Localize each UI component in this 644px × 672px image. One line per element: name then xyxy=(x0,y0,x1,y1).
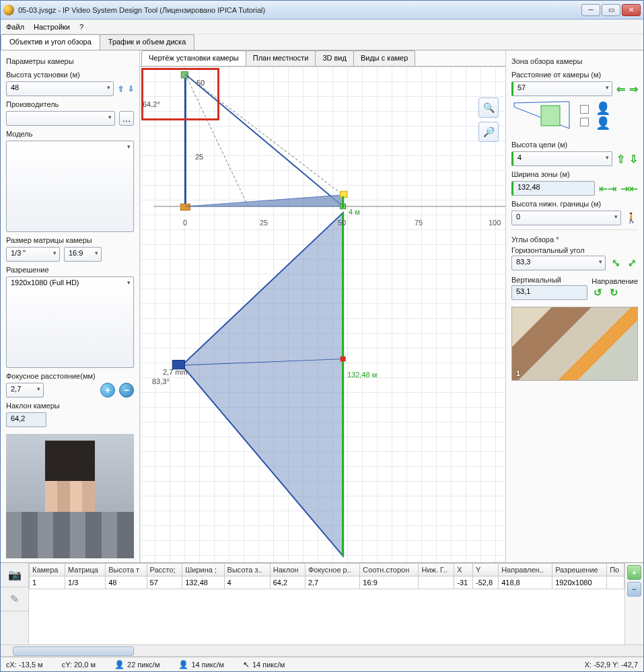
h-scrollbar[interactable] xyxy=(1,644,643,657)
col-po[interactable]: По xyxy=(607,564,624,576)
status-px2: 14 пикс/м xyxy=(191,661,223,669)
sensor-size-combo[interactable]: 1/3 " xyxy=(6,247,60,262)
person-icon: 👤 xyxy=(114,660,124,669)
minimap-index: 1 xyxy=(516,369,520,377)
drawing-canvas[interactable]: 64,2° 50 25 4 м 2,7 mm 83,3° 132,48 м 0 … xyxy=(140,67,505,562)
distance-label: Расстояние от камеры (м) xyxy=(511,71,638,79)
col-height[interactable]: Высота т xyxy=(106,564,147,576)
low-height-combo[interactable]: 0 xyxy=(511,211,621,225)
zone-narrow-icon[interactable]: ⇤⇥ xyxy=(599,182,616,195)
add-row-button[interactable]: + xyxy=(627,565,641,580)
h-angle-expand-icon[interactable]: ⤡ xyxy=(610,257,622,269)
svg-marker-7 xyxy=(185,195,343,207)
table-row[interactable]: 1 1/3 48 57 132,48 4 64,2 2,7 16:9 -31 -… xyxy=(30,576,624,589)
focal-minus-button[interactable]: − xyxy=(119,383,134,398)
target-height-label: Высота цели (м) xyxy=(511,141,638,149)
col-y[interactable]: Y xyxy=(473,564,499,576)
distance-combo[interactable]: 57 xyxy=(511,81,612,96)
remove-row-button[interactable]: − xyxy=(627,582,641,597)
rotate-ccw-icon[interactable]: ↺ xyxy=(592,287,604,299)
resolution-label: Разрешение xyxy=(6,266,134,274)
highlight-box xyxy=(141,68,219,120)
tab-drawing[interactable]: Чертёж установки камеры xyxy=(141,50,246,66)
h-angle-combo[interactable]: 83,3 xyxy=(511,256,606,270)
focal-combo[interactable]: 2,7 xyxy=(6,383,44,398)
col-camera[interactable]: Камера xyxy=(30,564,65,576)
manufacturer-combo[interactable] xyxy=(6,111,115,126)
install-height-label: Высота установки (м) xyxy=(6,71,134,79)
menu-file[interactable]: Файл xyxy=(6,23,24,31)
install-height-combo[interactable]: 48 xyxy=(6,81,114,96)
resolution-combo[interactable]: 1920x1080 (Full HD) xyxy=(6,276,134,368)
zone-diagram-icon xyxy=(511,100,572,131)
aspect-combo[interactable]: 16:9 xyxy=(64,247,102,262)
tab-traffic[interactable]: Трафик и объем диска xyxy=(100,34,195,50)
app-icon xyxy=(3,5,14,15)
table-tools: 📷 ✎ xyxy=(1,563,29,644)
person-stand-icon: 🚶 xyxy=(625,212,638,224)
camera-preview xyxy=(6,434,134,558)
height-down-icon[interactable]: ⇩ xyxy=(128,85,134,94)
svg-marker-11 xyxy=(182,213,343,556)
zoom-in-button[interactable]: 🔍 xyxy=(478,98,499,118)
target-h-label: 4 м xyxy=(349,208,360,216)
height-up-icon[interactable]: ⇧ xyxy=(118,85,124,94)
col-dir[interactable]: Направлен.. xyxy=(499,564,552,576)
menu-help[interactable]: ? xyxy=(79,23,83,31)
distance-right-icon[interactable]: ⇒ xyxy=(629,83,638,96)
person-male-check[interactable] xyxy=(580,105,589,114)
model-combo[interactable] xyxy=(6,141,134,232)
person-small-icon: 👤 xyxy=(178,660,188,669)
tab-lens[interactable]: Объектив и угол обзора xyxy=(1,34,100,50)
col-aspect[interactable]: Соотн.сторон xyxy=(360,564,419,576)
tab-3d[interactable]: 3D вид xyxy=(315,50,354,66)
title-bar: 05-03.jvsgz - IP Video System Design Too… xyxy=(1,1,643,20)
tilt-label: Наклон камеры xyxy=(6,402,134,410)
zone-width-lbl: Ширина зоны (м) xyxy=(511,170,638,178)
zone-wide-icon[interactable]: ⇥⇤ xyxy=(620,182,638,195)
target-height-combo[interactable]: 4 xyxy=(511,151,612,166)
status-px3: 14 пикс/м xyxy=(252,661,285,669)
left-panel: Параметры камеры Высота установки (м) 48… xyxy=(1,50,140,562)
svg-rect-2 xyxy=(180,204,190,210)
plan-angle-label: 83,3° xyxy=(152,377,170,385)
status-xy: X: -52,9 Y: -42,7 xyxy=(585,661,638,669)
axis-0: 0 xyxy=(183,219,187,227)
right-panel: Зона обзора камеры Расстояние от камеры … xyxy=(505,50,643,562)
col-tilt[interactable]: Наклон xyxy=(270,564,305,576)
direction-label: Направление xyxy=(592,277,638,285)
col-matrix[interactable]: Матрица xyxy=(65,564,106,576)
v-angle-value: 53,1 xyxy=(511,285,587,300)
target-up-icon[interactable]: ⇧ xyxy=(616,153,625,165)
axis-50: 50 xyxy=(338,219,346,227)
status-cx: cX: -13,5 м xyxy=(6,661,43,669)
col-x[interactable]: X xyxy=(454,564,473,576)
target-down-icon[interactable]: ⇩ xyxy=(629,153,638,165)
maximize-button[interactable]: ▭ xyxy=(602,4,620,16)
person-female-check[interactable] xyxy=(580,118,589,126)
h-angle-shrink-icon[interactable]: ⤢ xyxy=(626,257,638,269)
cable-tool-icon[interactable]: ✎ xyxy=(1,587,28,611)
col-focal[interactable]: Фокусное р.. xyxy=(305,564,359,576)
col-res[interactable]: Разрешение xyxy=(552,564,607,576)
minimap[interactable]: 1 xyxy=(511,307,638,381)
zoom-out-button[interactable]: 🔎 xyxy=(478,122,499,142)
axis-100: 100 xyxy=(489,219,501,227)
focal-plus-button[interactable]: + xyxy=(100,383,115,398)
bottom-panel: 📷 ✎ Камера Матрица Высота т Рассто; Шири… xyxy=(1,562,643,657)
minimize-button[interactable]: ─ xyxy=(581,4,600,16)
col-zone-h[interactable]: Высота з.. xyxy=(224,564,270,576)
camera-tool-icon[interactable]: 📷 xyxy=(1,563,28,587)
menu-settings[interactable]: Настройки xyxy=(34,23,70,31)
manufacturer-browse-button[interactable]: … xyxy=(119,111,134,126)
camera-table[interactable]: Камера Матрица Высота т Рассто; Ширина ;… xyxy=(29,563,624,644)
tilt-angle-label: 64,2° xyxy=(143,100,160,108)
col-zone-w[interactable]: Ширина ; xyxy=(182,564,224,576)
col-low[interactable]: Ниж. Г.. xyxy=(419,564,454,576)
rotate-cw-icon[interactable]: ↻ xyxy=(608,287,620,299)
col-distance[interactable]: Рассто; xyxy=(147,564,182,576)
distance-left-icon[interactable]: ⇐ xyxy=(616,83,625,96)
tab-camera-views[interactable]: Виды с камер xyxy=(353,50,415,66)
tab-plan[interactable]: План местности xyxy=(246,50,316,66)
close-button[interactable]: ✕ xyxy=(622,4,641,16)
